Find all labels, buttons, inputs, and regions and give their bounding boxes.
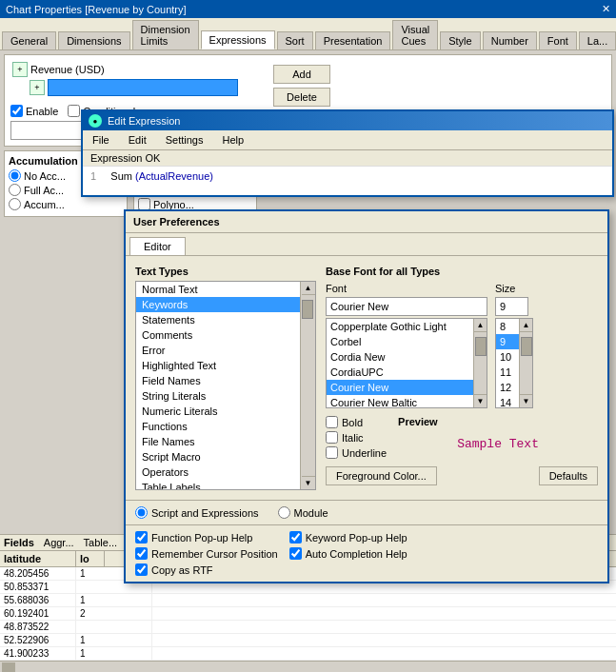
table-cell: 1 — [76, 634, 152, 646]
line-number: 1 — [90, 170, 96, 182]
table-cell: 48.205456 — [0, 567, 76, 580]
scroll-thumb[interactable] — [2, 662, 15, 672]
expr-menu-edit[interactable]: Edit — [125, 132, 150, 148]
table-cell: 55.688036 — [0, 594, 76, 606]
tab-number[interactable]: Number — [483, 31, 537, 49]
size-list[interactable]: 8910111214 ▲ ▼ — [495, 318, 533, 408]
size-label: Size — [495, 283, 533, 294]
text-type-item[interactable]: Script Macro — [136, 449, 315, 464]
text-type-item[interactable]: Keywords — [136, 297, 315, 312]
text-type-item[interactable]: File Names — [136, 434, 315, 449]
scroll-down-arrow[interactable]: ▼ — [302, 476, 315, 489]
script-section: Script and Expressions Module — [126, 500, 607, 524]
preview-section: Preview Sample Text — [398, 416, 598, 451]
italic-checkbox[interactable] — [326, 431, 338, 444]
font-list-item[interactable]: CordiaUPC — [327, 365, 487, 380]
text-type-item[interactable]: Field Names — [136, 373, 315, 388]
scroll-thumb[interactable] — [302, 300, 313, 319]
font-scroll-up[interactable]: ▲ — [474, 319, 487, 332]
text-types-list[interactable]: Normal TextKeywordsStatementsCommentsErr… — [135, 281, 316, 490]
defaults-button[interactable]: Defaults — [539, 466, 598, 485]
scroll-up-arrow[interactable]: ▲ — [302, 282, 315, 295]
underline-checkbox[interactable] — [326, 446, 338, 459]
table-row: 60.1924012 — [0, 607, 616, 621]
table-row: 52.5229061 — [0, 634, 616, 647]
conditional-checkbox[interactable] — [68, 105, 80, 117]
tab-sort[interactable]: Sort — [277, 31, 313, 49]
tree-expand-icon[interactable]: + — [12, 62, 28, 77]
function-popup-check[interactable] — [135, 531, 148, 544]
add-button[interactable]: Add — [273, 65, 330, 84]
tree-item-revenue: + Revenue (USD) — [10, 61, 268, 78]
tab-font[interactable]: Font — [539, 31, 577, 49]
expr-menu-settings[interactable]: Settings — [162, 132, 208, 148]
bold-checkbox[interactable] — [326, 416, 338, 428]
tab-presentation[interactable]: Presentation — [315, 31, 391, 49]
remember-cursor-check[interactable] — [135, 547, 148, 560]
size-input[interactable] — [495, 297, 528, 316]
tree-expand-icon-2[interactable]: + — [30, 80, 45, 95]
tree-highlight-bar[interactable] — [48, 79, 238, 96]
accum-label-2: Full Ac... — [24, 185, 64, 196]
accum-radio-1[interactable] — [9, 169, 21, 182]
accum-radio-3[interactable] — [9, 198, 21, 210]
prefs-tab-editor[interactable]: Editor — [129, 237, 186, 255]
text-type-item[interactable]: Numeric Literals — [136, 404, 315, 419]
text-type-item[interactable]: Normal Text — [136, 282, 315, 297]
font-list-item[interactable]: Copperplate Gothic Light — [327, 319, 487, 334]
text-type-item[interactable]: Operators — [136, 464, 315, 480]
italic-row: Italic — [326, 431, 387, 444]
auto-completion-check[interactable] — [289, 547, 302, 560]
accum-label-1: No Acc... — [24, 170, 66, 182]
text-type-item[interactable]: Comments — [136, 327, 315, 343]
table-cell: 1 — [76, 594, 152, 606]
text-type-item[interactable]: Statements — [136, 312, 315, 327]
tab-dimensions[interactable]: Dimensions — [58, 31, 129, 49]
script-radio-1[interactable] — [135, 506, 148, 519]
expr-menu-help[interactable]: Help — [218, 132, 248, 148]
text-type-item[interactable]: String Literals — [136, 388, 315, 404]
tab-expressions[interactable]: Expressions — [201, 30, 275, 49]
accum-radio-2[interactable] — [9, 184, 21, 196]
size-scroll-thumb[interactable] — [521, 337, 532, 356]
expr-menu-file[interactable]: File — [89, 132, 113, 148]
horizontal-scrollbar[interactable] — [0, 661, 616, 672]
font-list-item[interactable]: Courier New Baltic — [327, 395, 487, 408]
table-cell: 41.900233 — [0, 647, 76, 660]
font-input[interactable] — [326, 297, 487, 316]
scroll-track — [301, 295, 315, 476]
text-types-scrollbar[interactable]: ▲ ▼ — [300, 282, 315, 489]
font-scroll-thumb[interactable] — [475, 337, 487, 356]
script-radio-2[interactable] — [278, 506, 290, 519]
expr-code-area[interactable]: 1 Sum (ActualRevenue) — [83, 167, 612, 195]
font-list-item[interactable]: Courier New — [327, 380, 487, 395]
delete-button[interactable]: Delete — [273, 88, 330, 107]
text-type-item[interactable]: Error — [136, 343, 315, 358]
enable-checkbox[interactable] — [10, 105, 23, 117]
text-type-item[interactable]: Highlighted Text — [136, 358, 315, 373]
font-scrollbar[interactable]: ▲ ▼ — [473, 319, 487, 407]
prefs-content: Text Types Normal TextKeywordsStatements… — [126, 256, 607, 500]
close-icon[interactable]: ✕ — [602, 3, 610, 15]
font-list-item[interactable]: Cordia New — [327, 349, 487, 365]
enable-checkbox-row: Enable — [10, 105, 58, 117]
font-scroll-down[interactable]: ▼ — [474, 394, 487, 407]
font-list-item[interactable]: Corbel — [327, 334, 487, 349]
text-type-item[interactable]: Table Labels — [136, 480, 315, 490]
copy-rtf-check[interactable] — [135, 563, 148, 576]
tree-item-highlighted[interactable]: + — [28, 78, 268, 97]
foreground-color-button[interactable]: Foreground Color... — [326, 466, 437, 485]
copy-rtf-label: Copy as RTF — [151, 564, 213, 576]
tab-la[interactable]: La... — [579, 31, 616, 49]
size-scroll-up[interactable]: ▲ — [520, 319, 533, 332]
font-list[interactable]: Copperplate Gothic LightCorbelCordia New… — [326, 318, 487, 408]
text-type-item[interactable]: Functions — [136, 419, 315, 434]
edit-expression-window: ● Edit Expression File Edit Settings Hel… — [81, 109, 614, 197]
tab-general[interactable]: General — [2, 31, 56, 49]
size-scrollbar[interactable]: ▲ ▼ — [519, 319, 532, 407]
tab-visual-cues[interactable]: Visual Cues — [392, 20, 438, 49]
keyword-popup-check[interactable] — [289, 531, 302, 544]
tab-dimension-limits[interactable]: Dimension Limits — [132, 20, 199, 49]
tab-style[interactable]: Style — [440, 31, 480, 49]
size-scroll-down[interactable]: ▼ — [520, 394, 533, 407]
